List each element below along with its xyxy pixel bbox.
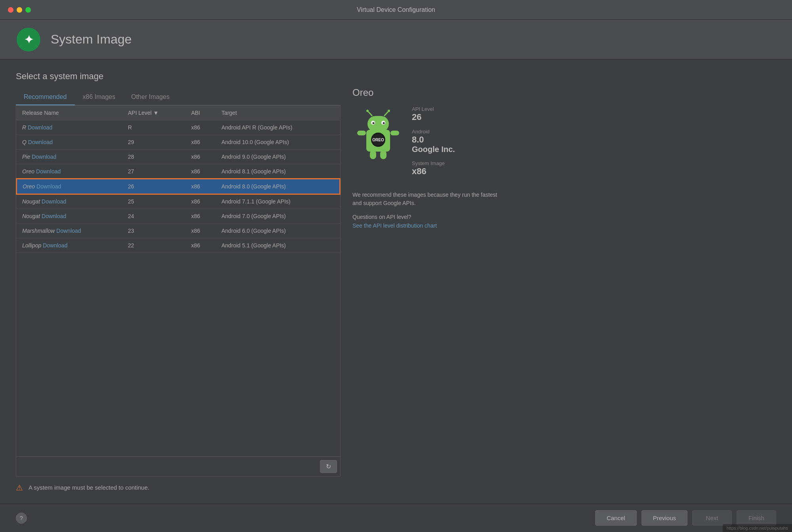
cell-abi: x86 <box>186 194 216 209</box>
api-level-section: API Level 26 <box>412 106 455 122</box>
cell-abi: x86 <box>186 135 216 150</box>
warning-bar: ⚠ A system image must be selected to con… <box>16 483 341 492</box>
info-details: API Level 26 Android 8.0 Google Inc. Sys… <box>412 106 455 183</box>
table-row[interactable]: Q Download29x86Android 10.0 (Google APIs… <box>17 135 340 150</box>
tab-x86-images[interactable]: x86 Images <box>75 89 124 105</box>
android-label: Android <box>412 129 455 135</box>
cell-target: Android API R (Google APIs) <box>216 120 340 135</box>
cell-abi: x86 <box>186 209 216 224</box>
system-image-value: x86 <box>412 166 455 177</box>
svg-point-7 <box>383 122 385 124</box>
oreo-robot-image: OREO <box>352 106 404 162</box>
download-link[interactable]: Download <box>43 242 67 249</box>
cell-api: 29 <box>122 135 186 150</box>
cell-release: Q Download <box>17 135 122 150</box>
cell-target: Android 10.0 (Google APIs) <box>216 135 340 150</box>
close-button[interactable] <box>8 7 13 13</box>
table-row[interactable]: Oreo Download26x86Android 8.0 (Google AP… <box>17 179 340 194</box>
cell-abi: x86 <box>186 238 216 253</box>
header: ✦ System Image <box>0 20 792 59</box>
api-distribution-link[interactable]: See the API level distribution chart <box>352 222 776 229</box>
table-row[interactable]: R DownloadRx86Android API R (Google APIs… <box>17 120 340 135</box>
api-level-label: API Level <box>412 106 455 112</box>
cell-release: Nougat Download <box>17 209 122 224</box>
page-title: System Image <box>51 32 132 47</box>
url-bar: https://blog.csdn.net/pulaputahs <box>723 524 792 532</box>
system-image-section: System Image x86 <box>412 160 455 177</box>
download-link[interactable]: Download <box>56 228 81 234</box>
left-panel: Select a system image Recommended x86 Im… <box>16 71 341 492</box>
content-area: Select a system image Recommended x86 Im… <box>0 59 792 504</box>
table-row[interactable]: Lollipop Download22x86Android 5.1 (Googl… <box>17 238 340 253</box>
cell-release: Pie Download <box>17 150 122 164</box>
col-target: Target <box>216 106 340 120</box>
traffic-lights <box>8 7 31 13</box>
download-link[interactable]: Download <box>28 139 53 145</box>
svg-point-11 <box>388 110 390 112</box>
api-level-value: 26 <box>412 112 455 122</box>
download-link[interactable]: Download <box>32 154 56 160</box>
cell-abi: x86 <box>186 224 216 238</box>
main-window: ✦ System Image Select a system image Rec… <box>0 20 792 532</box>
finish-button[interactable]: Finish <box>737 510 776 526</box>
warning-text: A system image must be selected to conti… <box>29 484 149 491</box>
section-title: Select a system image <box>16 71 341 82</box>
svg-rect-15 <box>380 150 386 159</box>
tabs-container: Recommended x86 Images Other Images <box>16 89 341 105</box>
cell-release: Marshmallow Download <box>17 224 122 238</box>
system-image-table: Release Name API Level ▼ ABI Target R Do… <box>16 105 341 457</box>
download-link[interactable]: Download <box>42 213 66 219</box>
android-value: 8.0 <box>412 135 455 145</box>
maximize-button[interactable] <box>25 7 31 13</box>
refresh-button[interactable]: ↻ <box>320 460 337 473</box>
cell-target: Android 8.0 (Google APIs) <box>216 179 340 194</box>
col-release-name: Release Name <box>17 106 122 120</box>
download-link[interactable]: Download <box>42 198 66 205</box>
next-button[interactable]: Next <box>692 510 732 526</box>
cell-abi: x86 <box>186 164 216 179</box>
cell-abi: x86 <box>186 150 216 164</box>
action-buttons: Cancel Previous Next Finish <box>595 510 776 526</box>
android-version-section: Android 8.0 Google Inc. <box>412 129 455 154</box>
window-title: Virtual Device Configuration <box>357 6 435 13</box>
cell-api: 27 <box>122 164 186 179</box>
table-footer: ↻ <box>16 457 341 477</box>
table-row[interactable]: Oreo Download27x86Android 8.1 (Google AP… <box>17 164 340 179</box>
cell-api: 28 <box>122 150 186 164</box>
cell-api: R <box>122 120 186 135</box>
warning-icon: ⚠ <box>16 483 25 492</box>
cell-abi: x86 <box>186 179 216 194</box>
cell-release: Oreo Download <box>17 179 122 194</box>
cell-target: Android 7.0 (Google APIs) <box>216 209 340 224</box>
table-row[interactable]: Nougat Download25x86Android 7.1.1 (Googl… <box>17 194 340 209</box>
cell-api: 25 <box>122 194 186 209</box>
svg-point-9 <box>366 110 369 112</box>
cell-target: Android 5.1 (Google APIs) <box>216 238 340 253</box>
table-row[interactable]: Nougat Download24x86Android 7.0 (Google … <box>17 209 340 224</box>
svg-rect-3 <box>367 116 389 132</box>
cancel-button[interactable]: Cancel <box>595 510 637 526</box>
previous-button[interactable]: Previous <box>642 510 687 526</box>
cell-release: R Download <box>17 120 122 135</box>
cell-api: 22 <box>122 238 186 253</box>
cell-abi: x86 <box>186 120 216 135</box>
table-row[interactable]: Pie Download28x86Android 9.0 (Google API… <box>17 150 340 164</box>
minimize-button[interactable] <box>17 7 22 13</box>
download-link[interactable]: Download <box>28 124 52 131</box>
cell-target: Android 8.1 (Google APIs) <box>216 164 340 179</box>
cell-api: 23 <box>122 224 186 238</box>
android-studio-logo: ✦ <box>16 27 41 52</box>
cell-target: Android 7.1.1 (Google APIs) <box>216 194 340 209</box>
cell-target: Android 6.0 (Google APIs) <box>216 224 340 238</box>
svg-rect-12 <box>357 131 366 135</box>
table-row[interactable]: Marshmallow Download23x86Android 6.0 (Go… <box>17 224 340 238</box>
cell-release: Nougat Download <box>17 194 122 209</box>
download-link[interactable]: Download <box>36 168 61 175</box>
recommendation-text: We recommend these images because they r… <box>352 191 503 207</box>
tab-other-images[interactable]: Other Images <box>123 89 177 105</box>
right-panel: Oreo <box>352 71 776 492</box>
col-api-level[interactable]: API Level ▼ <box>122 106 186 120</box>
tab-recommended[interactable]: Recommended <box>16 89 75 105</box>
download-link[interactable]: Download <box>36 183 61 190</box>
help-button[interactable]: ? <box>16 513 27 524</box>
